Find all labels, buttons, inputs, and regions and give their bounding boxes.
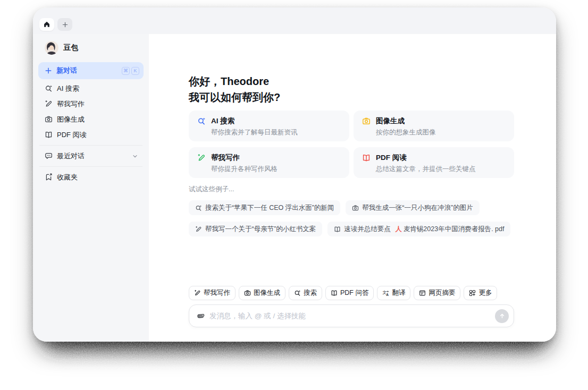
skill-search[interactable]: 搜索 <box>289 286 322 300</box>
card-ai-search[interactable]: AI 搜索 帮你搜索并了解每日最新资讯 <box>189 111 349 141</box>
skill-web-summary[interactable]: 网页摘要 <box>414 286 460 300</box>
tab-home[interactable] <box>39 18 54 31</box>
search-sparkle-icon <box>45 84 53 92</box>
book-icon <box>45 131 53 139</box>
book-icon <box>331 290 338 296</box>
sidebar-item-label: 最近对话 <box>57 151 85 161</box>
greeting-line1: 你好，Theodore <box>189 73 556 89</box>
pdf-file-name: 麦肯锡2023年中国消费者报告. pdf <box>404 225 505 234</box>
skill-label: 帮我写作 <box>204 289 230 298</box>
sidebar-nav: AI 搜索 帮我写作 <box>38 81 144 142</box>
card-desc: 按你的想象生成图像 <box>376 128 436 137</box>
home-icon <box>43 21 51 28</box>
translate-icon: 文 A <box>382 290 389 296</box>
example-row-2: 帮我写一个关于“母亲节”的小红书文案 速读并总结要点 人 麦肯锡202 <box>189 222 556 236</box>
sidebar-item-favorites[interactable]: 收藏夹 <box>38 169 144 185</box>
chat-bubble-icon <box>45 152 53 160</box>
search-sparkle-icon <box>195 205 202 211</box>
card-image-gen[interactable]: 图像生成 按你的想象生成图像 <box>354 111 514 141</box>
skill-label: 翻译 <box>392 289 405 298</box>
desktop-background: 豆包 新对话 ⌘ K <box>0 0 588 390</box>
k-key: K <box>131 67 139 75</box>
sidebar-item-label: 收藏夹 <box>57 173 78 182</box>
shortcut-badge: ⌘ K <box>122 67 139 75</box>
example-chip-dog-image[interactable]: 帮我生成一张“一只小狗在冲浪”的图片 <box>346 200 479 215</box>
svg-text:A: A <box>387 293 389 296</box>
sidebar-item-pdf-read[interactable]: PDF 阅读 <box>38 127 144 142</box>
sidebar-item-recent-chats[interactable]: 最近对话 <box>38 148 144 164</box>
search-sparkle-icon <box>294 290 301 296</box>
main-content: 你好，Theodore 我可以如何帮到你? AI 搜索 帮 <box>149 34 556 342</box>
example-chip-summarize-pdf[interactable]: 速读并总结要点 人 麦肯锡2023年中国消费者报告. pdf <box>327 222 510 236</box>
bookmark-arrow-icon <box>45 173 53 181</box>
skill-write[interactable]: 帮我写作 <box>189 286 236 300</box>
card-title: 帮我写作 <box>211 153 278 162</box>
new-chat-label: 新对话 <box>56 66 77 75</box>
sidebar-item-label: AI 搜索 <box>57 84 79 94</box>
send-button[interactable] <box>495 309 509 323</box>
cmd-key: ⌘ <box>122 67 130 75</box>
example-chip-label: 速读并总结要点 <box>344 225 391 234</box>
pdf-attachment: 人 麦肯锡2023年中国消费者报告. pdf <box>396 225 505 234</box>
examples-label: 试试这些例子... <box>189 185 556 194</box>
sidebar-item-label: PDF 阅读 <box>57 130 87 140</box>
skill-bar: 帮我写作 图像生成 <box>189 286 514 300</box>
greeting-line2: 我可以如何帮到你? <box>189 89 556 105</box>
skill-label: PDF 问答 <box>340 289 368 298</box>
arrow-up-icon <box>499 312 506 319</box>
chevron-down-icon <box>132 153 138 159</box>
skill-pdf-qa[interactable]: PDF 问答 <box>325 286 374 300</box>
pen-sparkle-icon <box>194 290 201 296</box>
card-title: AI 搜索 <box>211 116 298 125</box>
example-chip-label: 帮我生成一张“一只小狗在冲浪”的图片 <box>362 204 473 213</box>
example-chip-label: 帮我写一个关于“母亲节”的小红书文案 <box>205 225 316 234</box>
example-row-1: 搜索关于“苹果下一任 CEO 浮出水面”的新闻 帮我生成一张“一只小狗在冲浪”的… <box>189 200 556 215</box>
skill-translate[interactable]: 文 A 翻译 <box>377 286 410 300</box>
sidebar-item-label: 帮我写作 <box>57 99 85 109</box>
example-chip-label: 搜索关于“苹果下一任 CEO 浮出水面”的新闻 <box>205 204 334 213</box>
sidebar-item-ai-search[interactable]: AI 搜索 <box>38 81 144 96</box>
more-grid-icon <box>469 290 476 296</box>
paperclip-icon[interactable] <box>197 312 205 320</box>
new-tab-button[interactable] <box>57 18 72 31</box>
skill-more[interactable]: 更多 <box>464 286 497 300</box>
avatar <box>45 41 58 55</box>
pen-sparkle-icon <box>45 100 53 108</box>
skill-image-gen[interactable]: 图像生成 <box>239 286 285 300</box>
sidebar-item-label: 图像生成 <box>57 115 85 124</box>
sidebar: 豆包 新对话 ⌘ K <box>33 34 149 342</box>
example-chip-xiaohongshu[interactable]: 帮我写一个关于“母亲节”的小红书文案 <box>189 222 322 236</box>
sidebar-item-write[interactable]: 帮我写作 <box>38 96 144 112</box>
book-icon <box>362 154 371 178</box>
new-chat-button[interactable]: 新对话 ⌘ K <box>38 62 144 79</box>
card-desc: 总结这篇文章，并提供一些关键点 <box>376 165 476 174</box>
plus-icon <box>45 67 52 74</box>
pen-sparkle-icon <box>197 154 206 178</box>
message-input[interactable] <box>209 312 495 320</box>
card-pdf-read[interactable]: PDF 阅读 总结这篇文章，并提供一些关键点 <box>354 147 514 178</box>
message-composer <box>189 304 514 327</box>
example-chip-news[interactable]: 搜索关于“苹果下一任 CEO 浮出水面”的新闻 <box>189 200 340 215</box>
skill-label: 图像生成 <box>254 289 280 298</box>
tab-bar <box>33 7 556 34</box>
suggestion-cards: AI 搜索 帮你搜索并了解每日最新资讯 图像生成 <box>189 111 514 178</box>
webpage-icon <box>419 290 426 296</box>
pdf-file-icon: 人 <box>396 225 402 234</box>
camera-icon <box>352 205 359 211</box>
pen-sparkle-icon <box>195 226 202 233</box>
camera-icon <box>362 117 371 141</box>
skill-label: 搜索 <box>304 289 317 298</box>
app-window: 豆包 新对话 ⌘ K <box>33 7 556 342</box>
skill-label: 更多 <box>478 289 492 298</box>
profile-name: 豆包 <box>63 43 78 53</box>
card-desc: 帮你提升各种写作风格 <box>211 165 278 174</box>
greeting: 你好，Theodore 我可以如何帮到你? <box>189 73 556 105</box>
skill-label: 网页摘要 <box>429 289 455 298</box>
sidebar-item-image-gen[interactable]: 图像生成 <box>38 112 144 127</box>
search-sparkle-icon <box>197 117 206 141</box>
card-write[interactable]: 帮我写作 帮你提升各种写作风格 <box>189 147 349 178</box>
composer-area: 帮我写作 图像生成 <box>189 286 514 327</box>
profile-button[interactable]: 豆包 <box>38 40 144 55</box>
card-title: 图像生成 <box>376 116 436 125</box>
camera-icon <box>244 290 251 296</box>
